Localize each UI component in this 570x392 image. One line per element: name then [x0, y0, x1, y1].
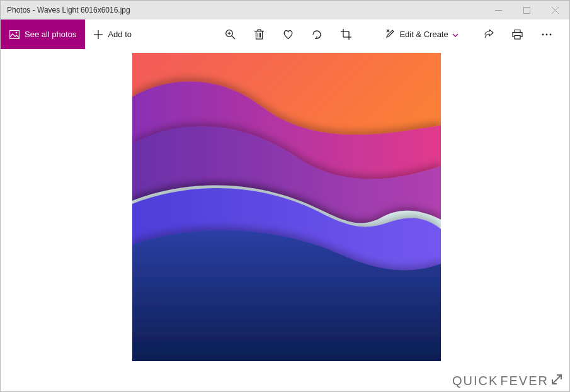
- edit-create-dropdown[interactable]: Edit & Create: [379, 20, 464, 49]
- paint-icon: [385, 28, 396, 40]
- titlebar: Photos - Waves Light 6016x6016.jpg: [1, 1, 569, 20]
- more-icon: [542, 33, 552, 36]
- maximize-button[interactable]: [513, 1, 541, 20]
- svg-line-9: [232, 36, 235, 39]
- window-title: Photos - Waves Light 6016x6016.jpg: [7, 6, 130, 14]
- add-to-label: Add to: [108, 30, 132, 39]
- rotate-button[interactable]: [302, 20, 331, 49]
- svg-rect-28: [515, 35, 520, 39]
- image-content: [132, 53, 441, 361]
- see-all-photos-button[interactable]: See all photos: [1, 20, 85, 49]
- watermark-light: QUICK: [452, 374, 498, 388]
- zoom-icon: [225, 29, 236, 40]
- see-all-photos-label: See all photos: [25, 30, 76, 39]
- watermark: QUICKFEVER: [452, 373, 563, 389]
- close-button[interactable]: [541, 1, 569, 20]
- zoom-button[interactable]: [215, 20, 244, 49]
- delete-icon: [254, 29, 264, 40]
- svg-point-5: [16, 31, 18, 33]
- svg-point-29: [542, 33, 544, 35]
- svg-line-33: [552, 375, 561, 384]
- image-stage[interactable]: [132, 53, 441, 361]
- print-icon: [512, 30, 523, 40]
- canvas-area: [1, 50, 569, 391]
- svg-rect-1: [524, 7, 530, 13]
- favorite-icon: [283, 30, 294, 40]
- expand-icon: [550, 373, 563, 389]
- toolbar: See all photos Add to: [1, 20, 569, 50]
- svg-rect-4: [10, 30, 20, 38]
- print-button[interactable]: [503, 20, 532, 49]
- edit-create-label: Edit & Create: [399, 30, 448, 39]
- svg-point-31: [549, 33, 551, 35]
- minimize-button[interactable]: [484, 1, 513, 20]
- share-button[interactable]: [474, 20, 503, 49]
- add-icon: [94, 30, 103, 39]
- favorite-button[interactable]: [273, 20, 302, 49]
- svg-point-30: [545, 33, 547, 35]
- chevron-down-icon: [452, 30, 459, 39]
- watermark-bold: FEVER: [500, 374, 549, 388]
- crop-button[interactable]: [331, 20, 360, 49]
- app-window: Photos - Waves Light 6016x6016.jpg See a…: [0, 0, 570, 392]
- rotate-icon: [311, 29, 322, 40]
- photos-icon: [9, 30, 20, 39]
- crop-icon: [341, 29, 351, 40]
- add-to-button[interactable]: Add to: [85, 20, 140, 49]
- more-button[interactable]: [532, 20, 561, 49]
- delete-button[interactable]: [244, 20, 273, 49]
- share-icon: [483, 30, 494, 40]
